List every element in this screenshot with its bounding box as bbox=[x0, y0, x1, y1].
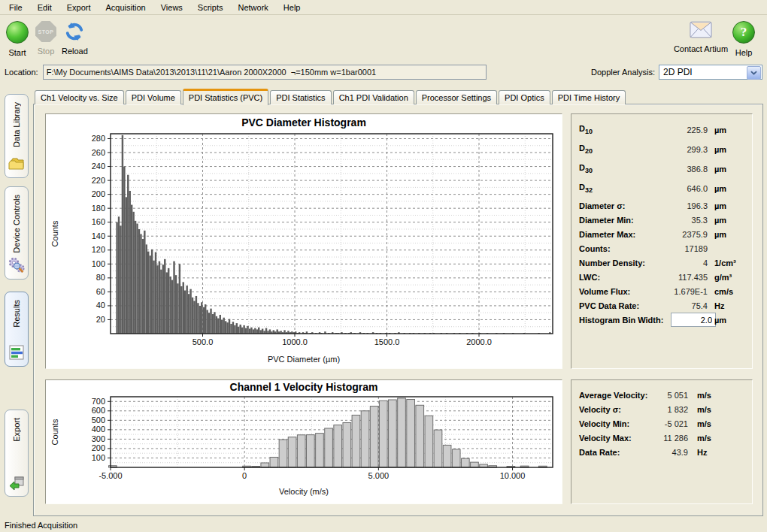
histogram-bar bbox=[179, 264, 180, 334]
stat-value: 117.435 bbox=[678, 273, 708, 282]
histogram-bar bbox=[188, 294, 189, 334]
histogram-bin-width-input[interactable] bbox=[671, 313, 716, 327]
histogram-bar bbox=[144, 231, 145, 334]
sidebar-item-data-library[interactable]: Data Library bbox=[5, 94, 29, 178]
sidebar-item-device-controls[interactable]: Device Controls bbox=[5, 186, 29, 280]
histogram-bar bbox=[229, 319, 230, 334]
location-row: Location: Doppler Analysis: 2D PDI bbox=[0, 62, 767, 82]
stat-label: Velocity Min: bbox=[571, 419, 629, 428]
histogram-bar bbox=[221, 319, 223, 334]
menu-item-export[interactable]: Export bbox=[59, 1, 99, 14]
stop-button[interactable]: STOP Stop bbox=[35, 21, 56, 56]
doppler-analysis-label: Doppler Analysis: bbox=[591, 68, 655, 77]
tab-pdi-optics[interactable]: PDI Optics bbox=[499, 90, 550, 104]
sidebar-item-export[interactable]: Export bbox=[5, 410, 29, 497]
y-tick-label: 240 bbox=[92, 162, 105, 171]
menu-item-edit[interactable]: Edit bbox=[30, 1, 59, 14]
x-tick-label: 500.0 bbox=[193, 337, 214, 346]
tab-pdi-statistics-pvc-[interactable]: PDI Statistics (PVC) bbox=[183, 89, 268, 105]
y-tick-label: 40 bbox=[96, 301, 105, 310]
location-label: Location: bbox=[5, 68, 38, 77]
results-icon bbox=[8, 343, 26, 361]
tab-pdi-volume[interactable]: PDI Volume bbox=[126, 90, 181, 104]
stat-unit: m/s bbox=[697, 419, 711, 428]
stat-value: 1.679E-1 bbox=[674, 287, 708, 296]
histogram-bar bbox=[236, 323, 238, 334]
stat-value: 299.3 bbox=[687, 145, 708, 154]
histogram-bar bbox=[183, 282, 184, 334]
histogram-bar bbox=[126, 197, 127, 334]
stat-unit: µm bbox=[714, 216, 726, 225]
histogram-bar bbox=[425, 416, 433, 467]
histogram-bar bbox=[223, 318, 224, 334]
tab-pdi-statistics[interactable]: PDI Statistics bbox=[270, 90, 331, 104]
help-button[interactable]: ? Help bbox=[732, 21, 755, 57]
histogram-bar bbox=[132, 212, 134, 334]
start-label: Start bbox=[8, 48, 26, 57]
contact-artium-button[interactable]: Contact Artium bbox=[672, 21, 730, 53]
stat-row: Diameter Min:35.3µm bbox=[571, 213, 752, 227]
stat-label: PVC Data Rate: bbox=[571, 301, 639, 310]
stat-unit: Hz bbox=[697, 448, 707, 457]
histogram-bar bbox=[149, 255, 150, 334]
histogram-bar bbox=[127, 175, 129, 334]
tab-processor-settings[interactable]: Processor Settings bbox=[416, 90, 497, 104]
stat-value: 196.3 bbox=[687, 201, 708, 210]
histogram-bar bbox=[123, 167, 125, 334]
histogram-bar bbox=[140, 234, 141, 334]
histogram-bar bbox=[230, 324, 232, 334]
histogram-bar bbox=[147, 252, 149, 334]
histogram-bar bbox=[370, 407, 378, 467]
stat-label: D32 bbox=[571, 183, 593, 194]
stat-value: 35.3 bbox=[692, 216, 708, 225]
stat-row: Counts:17189 bbox=[571, 241, 752, 255]
menu-item-network[interactable]: Network bbox=[230, 1, 275, 14]
menu-item-help[interactable]: Help bbox=[276, 1, 308, 14]
stat-unit: µm bbox=[714, 145, 726, 154]
stat-value: -5 021 bbox=[665, 419, 688, 428]
stop-icon: STOP bbox=[35, 21, 56, 42]
stat-unit: µm bbox=[714, 230, 726, 239]
chevron-down-icon[interactable] bbox=[747, 66, 761, 80]
x-axis-label: PVC Diameter (µm) bbox=[268, 355, 340, 364]
reload-button[interactable]: Reload bbox=[62, 21, 88, 56]
help-icon: ? bbox=[732, 21, 755, 44]
tab-ch1-velocity-vs-size[interactable]: Ch1 Velocity vs. Size bbox=[35, 90, 124, 104]
histogram-bar bbox=[443, 445, 451, 467]
chart-title: PVC Diameter Histogram bbox=[241, 116, 366, 128]
stat-value: 5 051 bbox=[667, 391, 688, 400]
menu-item-views[interactable]: Views bbox=[153, 1, 190, 14]
doppler-analysis-select[interactable]: 2D PDI bbox=[659, 65, 762, 80]
stat-label: LWC: bbox=[571, 273, 600, 282]
histogram-bar bbox=[214, 312, 215, 334]
gears-icon bbox=[8, 256, 26, 274]
stat-label: Diameter σ: bbox=[571, 201, 625, 210]
histogram-bar bbox=[261, 463, 269, 467]
tab-page-pdi-statistics-pvc: 2040608010012014016018020022024026028050… bbox=[33, 104, 763, 516]
histogram-bar bbox=[270, 457, 278, 467]
stat-label: Histogram Bin Width: bbox=[571, 316, 663, 325]
folders-icon bbox=[8, 155, 26, 173]
histogram-bar bbox=[238, 327, 239, 334]
histogram-bar bbox=[193, 301, 195, 334]
histogram-bar bbox=[407, 400, 415, 467]
tab-pdi-time-history[interactable]: PDI Time History bbox=[552, 90, 626, 104]
y-tick-label: 140 bbox=[92, 231, 105, 240]
start-button[interactable]: Start bbox=[6, 21, 29, 57]
histogram-bar bbox=[205, 304, 206, 334]
histogram-bar bbox=[461, 458, 469, 467]
stat-value: 4 bbox=[703, 258, 708, 268]
location-input[interactable] bbox=[43, 65, 487, 80]
sidebar-item-label: Results bbox=[12, 300, 21, 328]
menu-item-acquisition[interactable]: Acquisition bbox=[99, 1, 153, 14]
tab-ch1-pdi-validation[interactable]: Ch1 PDI Validation bbox=[333, 90, 414, 104]
histogram-bar bbox=[151, 249, 153, 334]
stat-row: Volume Flux:1.679E-1cm/s bbox=[571, 284, 752, 298]
y-tick-label: 160 bbox=[92, 217, 105, 226]
sidebar-item-results[interactable]: Results bbox=[5, 292, 29, 367]
stat-row: Data Rate:43.9Hz bbox=[571, 445, 752, 459]
histogram-bar bbox=[208, 313, 210, 334]
histogram-bar bbox=[361, 411, 369, 467]
menu-item-file[interactable]: File bbox=[2, 1, 30, 14]
menu-item-scripts[interactable]: Scripts bbox=[190, 1, 231, 14]
